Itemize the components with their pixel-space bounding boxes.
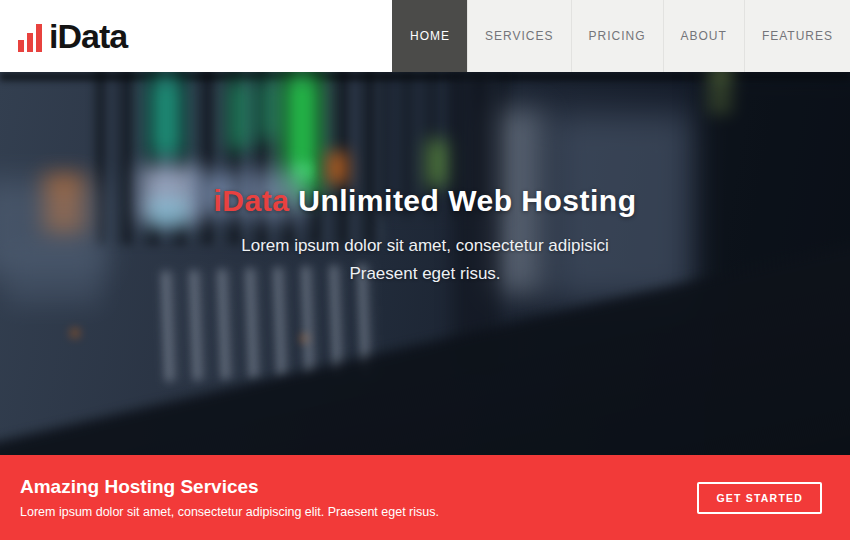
get-started-button[interactable]: GET STARTED xyxy=(697,482,822,514)
hero-title-highlight: iData xyxy=(214,184,290,217)
bar-chart-icon xyxy=(18,24,42,52)
hero-section: iData Unlimited Web Hosting Lorem ipsum … xyxy=(0,72,850,455)
hero-content: iData Unlimited Web Hosting Lorem ipsum … xyxy=(0,72,850,288)
hero-title-rest: Unlimited Web Hosting xyxy=(289,184,636,217)
cta-banner: Amazing Hosting Services Lorem ipsum dol… xyxy=(0,455,850,540)
hero-subtitle-line1: Lorem ipsum dolor sit amet, consectetur … xyxy=(0,232,850,260)
cta-banner-content: Amazing Hosting Services Lorem ipsum dol… xyxy=(20,476,697,519)
nav-item-pricing[interactable]: PRICING xyxy=(571,0,663,72)
site-header: iData HOME SERVICES PRICING ABOUT FEATUR… xyxy=(0,0,850,72)
cta-banner-text: Lorem ipsum dolor sit amet, consectetur … xyxy=(20,505,697,519)
cta-banner-heading: Amazing Hosting Services xyxy=(20,476,697,498)
nav-item-home[interactable]: HOME xyxy=(392,0,467,72)
hero-title: iData Unlimited Web Hosting xyxy=(0,184,850,218)
main-nav: HOME SERVICES PRICING ABOUT FEATURES xyxy=(392,0,850,72)
brand-name: iData xyxy=(49,19,127,53)
nav-item-features[interactable]: FEATURES xyxy=(744,0,850,72)
hero-subtitle: Lorem ipsum dolor sit amet, consectetur … xyxy=(0,232,850,288)
nav-item-about[interactable]: ABOUT xyxy=(663,0,744,72)
brand-logo[interactable]: iData xyxy=(0,0,127,72)
nav-item-services[interactable]: SERVICES xyxy=(467,0,570,72)
hero-subtitle-line2: Praesent eget risus. xyxy=(0,260,850,288)
